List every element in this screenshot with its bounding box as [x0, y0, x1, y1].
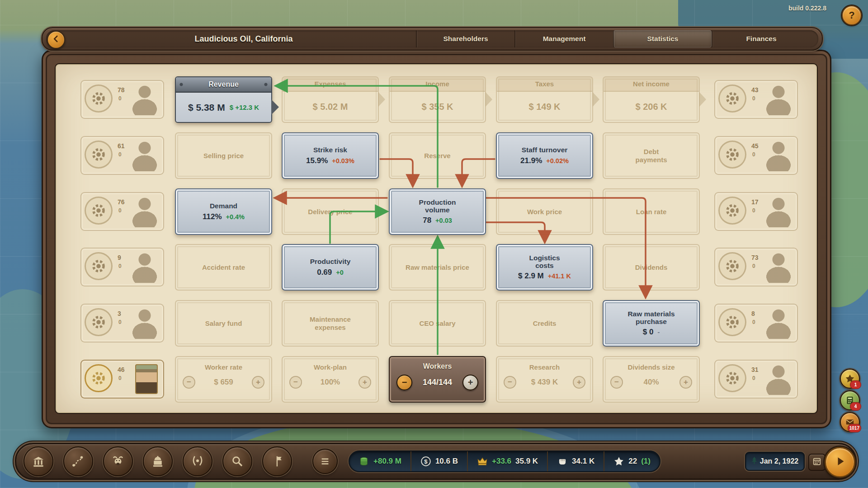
indicator-cash-flow[interactable]: +80.9 M: [349, 451, 410, 471]
node-demand[interactable]: Demand112%+0.4%: [175, 188, 272, 235]
achievements-button[interactable]: 1: [840, 369, 860, 389]
indicator-prestige[interactable]: 22(1): [604, 451, 660, 471]
gear-medal-icon: [718, 364, 746, 392]
market-button[interactable]: [103, 446, 133, 476]
node-title: Logistics costs: [529, 254, 560, 270]
node-delta: +0.4%: [226, 213, 245, 221]
flag-button[interactable]: [262, 446, 292, 476]
person-silhouette-icon: [132, 252, 158, 283]
node-maintenance-expenses: Maintenance expenses: [282, 300, 379, 347]
person-silhouette-icon: [132, 197, 158, 227]
node-title: Maintenance expenses: [310, 315, 351, 331]
node-value: $ 0: [643, 328, 654, 337]
company-button[interactable]: [24, 446, 53, 476]
starw-icon: [613, 456, 624, 467]
node-delta: +0.03%: [332, 157, 354, 164]
back-button[interactable]: [47, 31, 65, 49]
node-title: Strike risk: [313, 146, 347, 154]
person-count: 46: [118, 366, 125, 373]
node-ceo-salary: CEO salary: [389, 300, 486, 347]
notification-buttons: 141017: [840, 369, 860, 432]
node-expenses: Expenses$ 5.02 M: [282, 76, 379, 123]
node-debt-payments: Debt payments: [603, 132, 700, 179]
tab-statistics[interactable]: Statistics: [613, 30, 712, 47]
date-label: Jan 2, 1922: [760, 457, 798, 465]
node-title: Dividends: [635, 263, 668, 271]
company-icon: [32, 455, 45, 468]
workers-decrease-button[interactable]: −: [396, 375, 412, 390]
node-title: Loan rate: [636, 208, 667, 216]
indicator-value: +80.9 M: [373, 457, 401, 466]
node-production-volume[interactable]: Production volume78+0.03: [389, 188, 486, 235]
crown-icon: [477, 456, 488, 467]
person-card-left-4: 90: [80, 248, 164, 286]
node-strike-risk[interactable]: Strike risk15.9%+0.03%: [282, 132, 379, 179]
tab-shareholders[interactable]: Shareholders: [417, 30, 514, 47]
node-value: 78: [423, 216, 431, 225]
indicator-money[interactable]: $10.6 B: [410, 451, 467, 471]
awards-icon: [191, 455, 204, 468]
node-title: Revenue: [176, 77, 271, 93]
routes-icon: [71, 455, 85, 468]
node-value: $ 5.38 M: [188, 102, 225, 113]
indicator-influence[interactable]: +33.635.9 K: [467, 451, 547, 471]
tab-finances[interactable]: Finances: [712, 30, 810, 47]
person-count: 61: [118, 142, 125, 150]
node-value: $ 149 K: [497, 92, 592, 122]
gear-medal-icon: [718, 308, 746, 336]
person-sub-count: 0: [752, 375, 755, 381]
svg-text:$: $: [424, 458, 428, 465]
person-silhouette-icon: [765, 141, 792, 171]
node-logistics-costs[interactable]: Logistics costs$ 2.9 M+41.1 K: [496, 244, 593, 291]
node-raw-materials-purchase[interactable]: Raw materials purchase$ 0-: [603, 300, 700, 347]
person-silhouette-icon: [765, 252, 792, 283]
page-title: Laudicious Oil, California: [97, 28, 391, 50]
menu-button[interactable]: [312, 449, 338, 474]
node-value: $ 355 K: [390, 92, 485, 122]
node-work-plan: Work-plan−100%+: [282, 356, 379, 403]
node-productivity[interactable]: Productivity0.69+0: [282, 244, 379, 291]
notification-badge: 1: [850, 380, 861, 389]
node-research: Research−$ 439 K+: [496, 356, 593, 403]
gear-medal-icon: [85, 197, 113, 225]
company-header-bar: Laudicious Oil, California ShareholdersM…: [42, 27, 823, 51]
search-button[interactable]: [222, 446, 252, 476]
increase-button: +: [359, 376, 371, 389]
node-workers[interactable]: Workers−144/144+: [389, 356, 486, 403]
ledger-button[interactable]: 4: [840, 390, 860, 410]
bottom-bar: +80.9 M$10.6 B+33.635.9 K34.1 K22(1) Jan…: [15, 443, 857, 480]
workers-increase-button[interactable]: +: [462, 375, 478, 390]
node-dividends-size: Dividends size−40%+: [603, 356, 700, 403]
person-card-right-4: 730: [714, 248, 798, 286]
awards-button[interactable]: [183, 446, 212, 476]
tab-management[interactable]: Management: [514, 30, 613, 47]
date-display[interactable]: Jan 2, 1922: [745, 452, 805, 471]
person-card-right-5: 80: [714, 304, 798, 343]
dollar-icon: $: [420, 456, 431, 467]
decrease-button: −: [183, 376, 195, 389]
node-title: Raw materials purchase: [627, 310, 675, 326]
person-silhouette-icon: [132, 308, 158, 339]
person-count: 76: [118, 198, 125, 206]
indicator-value: 35.9 K: [515, 457, 538, 466]
gear-medal-icon: [85, 364, 113, 392]
node-reserve: Reserve: [389, 132, 486, 179]
bottom-bar-buttons: [24, 444, 292, 479]
end-turn-button[interactable]: [825, 447, 855, 478]
menu-icon: [319, 455, 331, 467]
decrease-button: −: [504, 376, 516, 389]
node-revenue[interactable]: Revenue$ 5.38 M$ +12.3 K: [175, 76, 272, 123]
calendar-button[interactable]: [808, 454, 826, 471]
node-worker-rate: Worker rate−$ 659+: [175, 356, 272, 403]
decrease-button: −: [610, 376, 623, 389]
node-title: Credits: [533, 319, 557, 327]
node-staff-turnover[interactable]: Staff turnover21.9%+0.02%: [496, 132, 593, 179]
help-button[interactable]: ?: [842, 5, 862, 25]
node-title: Worker rate: [205, 363, 242, 371]
mail-button[interactable]: 1017: [840, 412, 860, 432]
node-delta: +41.1 K: [548, 272, 571, 280]
arrow-left-icon: [52, 35, 60, 45]
indicator-power[interactable]: 34.1 K: [547, 451, 604, 471]
government-button[interactable]: [143, 446, 173, 476]
routes-button[interactable]: [63, 446, 93, 476]
